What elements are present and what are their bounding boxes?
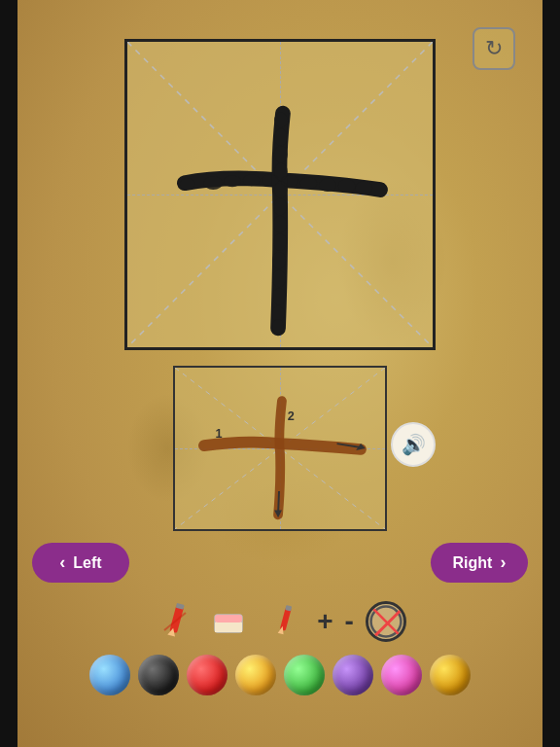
tools-row: + - bbox=[154, 600, 406, 643]
color-ball-blue[interactable] bbox=[89, 655, 130, 695]
svg-point-8 bbox=[319, 178, 336, 192]
sidebar-left bbox=[0, 0, 18, 747]
decrease-size-button[interactable]: - bbox=[345, 608, 354, 635]
svg-point-2 bbox=[204, 176, 224, 190]
character-svg bbox=[127, 42, 433, 347]
svg-point-4 bbox=[243, 174, 261, 186]
color-ball-green[interactable] bbox=[284, 655, 325, 695]
svg-point-19 bbox=[273, 233, 287, 251]
svg-text:1: 1 bbox=[216, 427, 223, 441]
color-ball-purple[interactable] bbox=[332, 655, 373, 695]
character-display-box bbox=[124, 39, 436, 350]
svg-point-14 bbox=[274, 146, 288, 163]
pencil-small-icon bbox=[263, 601, 304, 642]
no-icon bbox=[368, 601, 403, 642]
increase-size-button[interactable]: + bbox=[317, 608, 332, 635]
color-palette bbox=[89, 655, 471, 695]
sidebar-right bbox=[542, 0, 560, 747]
sound-button[interactable]: 🔊 bbox=[391, 422, 436, 467]
svg-point-7 bbox=[300, 177, 318, 189]
svg-point-12 bbox=[274, 113, 288, 128]
stroke-preview-box: 1 2 bbox=[173, 366, 387, 531]
svg-point-16 bbox=[274, 181, 288, 198]
right-label: Right bbox=[453, 554, 493, 572]
color-ball-red[interactable] bbox=[187, 655, 228, 695]
svg-point-21 bbox=[272, 270, 286, 288]
pencil-large-tool[interactable] bbox=[154, 600, 196, 643]
svg-point-18 bbox=[273, 216, 287, 233]
navigation-row: ‹ Left Right › bbox=[27, 543, 533, 583]
svg-point-13 bbox=[274, 128, 288, 146]
eraser-tool[interactable] bbox=[208, 600, 251, 643]
clear-tool[interactable] bbox=[366, 601, 406, 642]
svg-rect-38 bbox=[215, 615, 242, 622]
svg-point-17 bbox=[273, 198, 287, 216]
right-arrow-icon: › bbox=[500, 552, 506, 573]
stroke-order-svg: 1 2 bbox=[175, 368, 385, 529]
svg-point-9 bbox=[338, 179, 356, 193]
svg-point-20 bbox=[272, 252, 286, 269]
svg-point-15 bbox=[274, 163, 288, 181]
svg-point-24 bbox=[272, 320, 284, 334]
pencil-large-icon bbox=[155, 601, 195, 642]
refresh-button[interactable]: ↻ bbox=[472, 27, 515, 70]
svg-rect-39 bbox=[215, 622, 242, 632]
left-button[interactable]: ‹ Left bbox=[32, 543, 129, 583]
refresh-icon: ↻ bbox=[485, 36, 503, 61]
svg-text:2: 2 bbox=[288, 409, 295, 423]
right-button[interactable]: Right › bbox=[431, 543, 528, 583]
color-ball-orange[interactable] bbox=[235, 655, 276, 695]
color-ball-black[interactable] bbox=[138, 655, 179, 695]
main-content: ↻ bbox=[18, 0, 542, 747]
sound-icon: 🔊 bbox=[402, 433, 426, 456]
eraser-icon bbox=[209, 601, 250, 642]
left-label: Left bbox=[73, 554, 101, 572]
pencil-small-tool[interactable] bbox=[262, 600, 305, 643]
color-ball-pink[interactable] bbox=[381, 655, 422, 695]
svg-point-22 bbox=[272, 288, 286, 305]
svg-point-11 bbox=[180, 178, 195, 190]
left-arrow-icon: ‹ bbox=[59, 552, 65, 573]
svg-line-44 bbox=[373, 609, 399, 634]
svg-point-10 bbox=[356, 181, 373, 195]
svg-point-23 bbox=[271, 306, 285, 322]
svg-point-3 bbox=[224, 175, 241, 187]
color-ball-amber[interactable] bbox=[430, 655, 471, 695]
